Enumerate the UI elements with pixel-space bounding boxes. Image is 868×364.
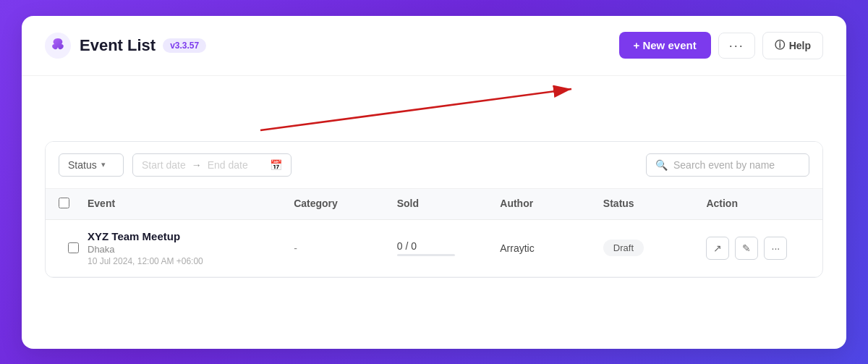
event-location: Dhaka: [88, 244, 294, 255]
col-category: Category: [294, 198, 397, 211]
event-author: Arraytic: [500, 242, 603, 254]
help-button[interactable]: ⓘ Help: [762, 32, 823, 59]
col-event: Event: [88, 198, 294, 211]
event-date: 10 Jul 2024, 12:00 AM +06:00: [88, 256, 294, 266]
sold-info: 0 / 0: [397, 240, 501, 256]
logo-icon: [45, 33, 71, 59]
table-header: Event Category Sold Author Status Action: [46, 189, 822, 220]
edit-icon: ✎: [742, 242, 751, 254]
sold-progress-bar: [397, 254, 455, 256]
filters-bar: Status ▾ Start date → End date 📅 🔍: [46, 142, 822, 189]
chevron-down-icon: ▾: [101, 160, 106, 169]
content-section: Status ▾ Start date → End date 📅 🔍 Event: [45, 141, 823, 278]
svg-line-2: [260, 89, 571, 130]
date-range-picker[interactable]: Start date → End date 📅: [132, 153, 292, 177]
select-all-checkbox[interactable]: [59, 198, 69, 208]
version-badge: v3.3.57: [163, 38, 206, 53]
event-category: -: [294, 242, 397, 254]
external-link-icon: ↗: [713, 242, 722, 254]
date-range-arrow: →: [192, 159, 202, 171]
search-icon: 🔍: [655, 159, 668, 171]
row-checkbox-wrap: [59, 242, 88, 253]
help-label: Help: [789, 40, 811, 51]
row-checkbox[interactable]: [68, 242, 79, 253]
search-input[interactable]: [673, 159, 800, 171]
status-badge: Draft: [603, 240, 644, 256]
calendar-icon: 📅: [270, 159, 282, 171]
event-name: XYZ Team Meetup: [88, 230, 294, 242]
header: Event List v3.3.57 + New event ··· ⓘ Hel…: [22, 16, 846, 76]
arrow-area: [22, 76, 846, 141]
col-checkbox: [59, 198, 88, 211]
ellipsis-icon: ···: [772, 242, 780, 254]
action-icons: ↗ ✎ ···: [706, 237, 809, 260]
external-link-button[interactable]: ↗: [706, 237, 729, 260]
status-filter-label: Status: [68, 159, 97, 171]
col-action: Action: [706, 198, 809, 211]
arrow-svg: [22, 76, 846, 141]
edit-button[interactable]: ✎: [735, 237, 758, 260]
end-date-label: End date: [208, 159, 248, 171]
start-date-label: Start date: [142, 159, 186, 171]
event-info: XYZ Team Meetup Dhaka 10 Jul 2024, 12:00…: [88, 230, 294, 266]
new-event-button[interactable]: + New event: [619, 32, 711, 59]
table-row: XYZ Team Meetup Dhaka 10 Jul 2024, 12:00…: [46, 220, 822, 277]
row-more-button[interactable]: ···: [764, 237, 787, 260]
circle-info-icon: ⓘ: [775, 39, 785, 52]
col-author: Author: [500, 198, 603, 211]
page-title: Event List: [80, 36, 156, 55]
header-actions: + New event ··· ⓘ Help: [619, 32, 823, 59]
main-card: Event List v3.3.57 + New event ··· ⓘ Hel…: [22, 16, 846, 349]
col-sold: Sold: [397, 198, 501, 211]
more-button[interactable]: ···: [718, 33, 755, 59]
search-box[interactable]: 🔍: [646, 153, 809, 177]
sold-value: 0 / 0: [397, 240, 501, 252]
event-status: Draft: [603, 240, 707, 256]
col-status: Status: [603, 198, 707, 211]
status-filter[interactable]: Status ▾: [59, 153, 124, 177]
